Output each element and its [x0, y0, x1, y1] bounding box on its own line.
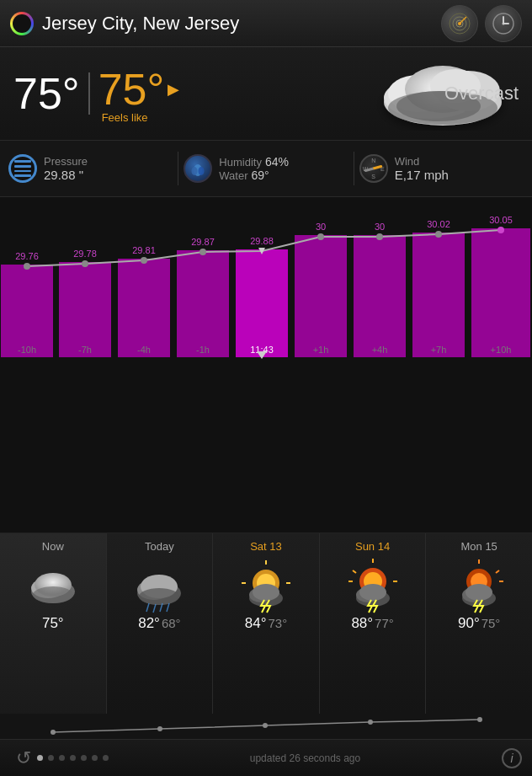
forecast-temp-today-low: 68° — [162, 616, 181, 630]
page-dot-3[interactable] — [59, 755, 65, 761]
forecast-icon-mon15 — [450, 556, 508, 613]
svg-point-95 — [466, 584, 492, 601]
forecast-icon-now — [24, 556, 82, 613]
forecast-sat13[interactable]: Sat 13 84° 73° — [213, 533, 320, 714]
header-left: Jersey City, New Jersey — [10, 12, 239, 35]
svg-text:-4h: -4h — [137, 345, 151, 355]
svg-line-69 — [167, 603, 169, 612]
svg-text:+10h: +10h — [491, 345, 512, 355]
page-dot-2[interactable] — [48, 755, 54, 761]
temp-divider — [88, 72, 90, 115]
humidity-text: Humidity 64% Water 69° — [219, 155, 289, 182]
svg-rect-27 — [177, 250, 229, 357]
svg-point-19 — [199, 167, 205, 175]
page-dot-4[interactable] — [70, 755, 76, 761]
refresh-button[interactable]: ↺ — [10, 745, 37, 772]
svg-text:29.88: 29.88 — [250, 236, 274, 246]
pressure-stripe-2 — [14, 165, 31, 168]
svg-point-61 — [33, 586, 73, 603]
humidity-sub-value: 69° — [252, 169, 269, 182]
svg-text:29.87: 29.87 — [191, 237, 215, 247]
wind-value: E,17 mph — [395, 168, 449, 182]
clock-icon — [492, 12, 515, 35]
svg-rect-29 — [236, 249, 288, 357]
svg-point-47 — [497, 227, 504, 233]
forecast-temp-today-high: 82° — [138, 615, 160, 632]
info-button[interactable]: i — [502, 748, 522, 768]
forecast-day-now: Now — [42, 540, 64, 553]
svg-text:+1h: +1h — [313, 345, 329, 355]
metrics-bar: Pressure 29.88 " Humidity 64% Water — [0, 140, 532, 197]
compass-s: S — [371, 174, 375, 179]
forecast-day-sat13: Sat 13 — [250, 540, 282, 553]
wind-metric: N S E W Wind E,17 mph — [359, 154, 524, 183]
humidity-percent: 64% — [265, 155, 289, 169]
forecast-temp-now: 75° — [42, 615, 64, 632]
pressure-stripe-4 — [14, 174, 31, 177]
page-dot-7[interactable] — [103, 755, 109, 761]
svg-line-82 — [353, 570, 356, 573]
svg-point-39 — [24, 263, 30, 270]
pressure-icon — [8, 154, 37, 183]
page-dot-1[interactable] — [37, 755, 43, 761]
pressure-value: 29.88 " — [44, 168, 88, 182]
svg-point-8 — [503, 22, 505, 24]
refresh-icon: ↺ — [16, 747, 31, 769]
forecast-icon-today — [130, 556, 188, 613]
radar-icon — [448, 12, 471, 35]
svg-rect-37 — [471, 228, 530, 357]
forecast-temp-sat13-low: 73° — [269, 616, 288, 630]
pressure-stripe-1 — [14, 160, 31, 163]
metric-divider-1 — [178, 152, 178, 185]
wind-compass-icon: N S E W — [359, 154, 388, 183]
humidity-sub-label: Water — [219, 169, 247, 182]
svg-text:-7h: -7h — [78, 345, 92, 355]
header: Jersey City, New Jersey — [0, 0, 532, 47]
svg-text:29.78: 29.78 — [73, 249, 97, 259]
pressure-chart-svg: 29.76 29.78 29.81 29.87 29.88 30 30 30.0… — [0, 197, 532, 361]
bottom-bar: ↺ updated 26 seconds ago i — [0, 739, 532, 776]
app-container: Jersey City, New Jersey — [0, 0, 532, 776]
feels-like-label: Feels like — [102, 111, 148, 124]
page-dot-5[interactable] — [81, 755, 87, 761]
svg-point-87 — [359, 584, 386, 601]
svg-point-100 — [477, 717, 482, 722]
svg-text:30.05: 30.05 — [489, 215, 513, 225]
svg-rect-23 — [59, 262, 111, 357]
info-icon: i — [510, 752, 513, 765]
pressure-stripe-3 — [14, 170, 31, 173]
svg-text:29.81: 29.81 — [132, 245, 156, 255]
svg-point-44 — [317, 233, 324, 240]
forecast-today[interactable]: Today 82° 68° — [107, 533, 214, 714]
trend-line-strip — [0, 714, 532, 739]
update-text: updated 26 seconds ago — [109, 752, 502, 764]
svg-text:30: 30 — [375, 222, 385, 232]
forecast-day-sun14: Sun 14 — [355, 540, 390, 553]
wind-text: Wind E,17 mph — [395, 155, 449, 182]
page-dots — [37, 755, 109, 761]
forecast-temp-sun14-high: 88° — [351, 615, 373, 632]
svg-point-42 — [200, 249, 206, 255]
svg-point-99 — [368, 720, 373, 725]
svg-point-40 — [82, 260, 88, 267]
svg-text:+7h: +7h — [431, 345, 447, 355]
svg-text:29.76: 29.76 — [15, 251, 39, 261]
feels-like-section: 75° ▶ Feels like — [98, 64, 180, 124]
page-dot-6[interactable] — [92, 755, 98, 761]
forecast-temp-sun14-low: 77° — [375, 616, 394, 630]
radar-button[interactable] — [441, 5, 478, 42]
forecast-mon15[interactable]: Mon 15 90° 75° — [426, 533, 532, 714]
forecast-temp-mon15-high: 90° — [458, 615, 480, 632]
water-drops-svg — [189, 159, 207, 178]
forecast-now[interactable]: Now 75° — [0, 533, 107, 714]
forecast-sun14[interactable]: Sun 14 88° 77° — [320, 533, 427, 714]
forecast-strip: Now 75° Today — [0, 532, 532, 714]
svg-text:30: 30 — [316, 222, 326, 232]
svg-point-96 — [51, 730, 56, 735]
forecast-icon-sat13 — [237, 556, 295, 613]
svg-point-41 — [141, 257, 147, 264]
clock-button[interactable] — [485, 5, 522, 42]
location-icon — [10, 12, 34, 35]
svg-rect-21 — [1, 265, 53, 357]
humidity-icon — [184, 154, 212, 183]
